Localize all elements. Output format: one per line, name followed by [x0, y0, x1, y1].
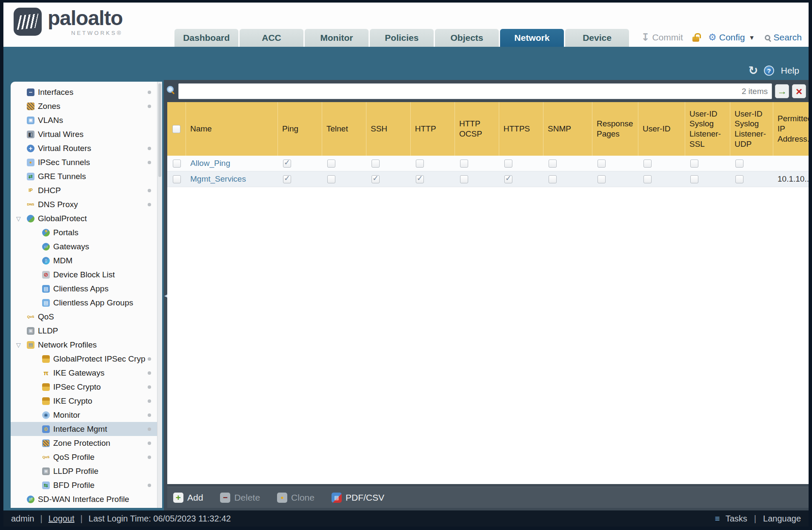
- sidebar-item-dhcp[interactable]: IPDHCP: [11, 183, 157, 197]
- sidebar-item-label: DNS Proxy: [38, 200, 145, 209]
- column-header-telnet[interactable]: Telnet: [322, 102, 366, 156]
- sidebar-item-label: LLDP Profile: [53, 467, 145, 476]
- sidebar-item-qos-profile[interactable]: QoSQoS Profile: [11, 450, 157, 464]
- sidebar-item-ike-crypto[interactable]: IKE Crypto: [11, 394, 157, 408]
- sidebar-item-monitor[interactable]: ◉Monitor: [11, 408, 157, 422]
- apply-filter-button[interactable]: →: [775, 84, 789, 98]
- row-name-link[interactable]: Allow_Ping: [190, 159, 230, 168]
- tab-objects[interactable]: Objects: [435, 29, 499, 47]
- service-checkbox: [327, 175, 335, 183]
- help-icon[interactable]: ?: [764, 66, 774, 76]
- sidebar-item-device-block-list[interactable]: ⊘Device Block List: [11, 268, 157, 282]
- service-cell-telnet: [322, 156, 366, 171]
- select-all-checkbox[interactable]: [172, 125, 180, 133]
- config-menu-button[interactable]: ⚙ Config ▾: [709, 32, 756, 43]
- pdf-csv-button[interactable]: ▤PDF/CSV: [332, 493, 384, 503]
- sidebar-item-lldp[interactable]: ▣LLDP: [11, 324, 157, 338]
- scrollbar-thumb[interactable]: [158, 83, 161, 177]
- row-name-link[interactable]: Mgmt_Services: [190, 174, 246, 184]
- commit-button[interactable]: ↧ Commit: [641, 32, 683, 43]
- add-button[interactable]: +Add: [173, 493, 203, 503]
- service-checkbox: [643, 160, 652, 168]
- sidebar-item-ipsec-crypto[interactable]: IPSec Crypto: [11, 380, 157, 394]
- tasks-button[interactable]: Tasks: [726, 514, 747, 524]
- delete-button[interactable]: −Delete: [220, 493, 260, 503]
- config-label: Config: [719, 32, 745, 43]
- toolbar-button-label: PDF/CSV: [346, 493, 384, 503]
- column-header-name[interactable]: Name: [186, 102, 278, 156]
- column-header-user-id-syslog-listener-ssl[interactable]: User-ID Syslog Listener-SSL: [685, 102, 730, 156]
- tab-monitor[interactable]: Monitor: [305, 29, 369, 47]
- sidebar-item-globalprotect-ipsec-crypto[interactable]: GlobalProtect IPSec Crypto: [11, 352, 157, 366]
- pdf-csv-icon: ▤: [332, 493, 342, 503]
- column-header-ssh[interactable]: SSH: [366, 102, 411, 156]
- commit-label: Commit: [652, 32, 683, 43]
- expander-icon[interactable]: ▽: [16, 342, 21, 348]
- column-header-ping[interactable]: Ping: [278, 102, 322, 156]
- last-login-time: Last Login Time: 06/05/2023 11:32:42: [89, 514, 231, 524]
- sidebar-item-clientless-apps[interactable]: ▤Clientless Apps: [11, 282, 157, 296]
- clone-button[interactable]: ●Clone: [277, 493, 315, 503]
- sidebar-item-qos[interactable]: QoSQoS: [11, 310, 157, 324]
- tab-network[interactable]: Network: [500, 29, 564, 47]
- column-header-permitted-ip-address[interactable]: Permitted IP Address...: [773, 102, 809, 156]
- column-header-https[interactable]: HTTPS: [499, 102, 543, 156]
- table-row: Mgmt_Services10.1.10...: [167, 171, 809, 187]
- sidebar-item-bfd-profile[interactable]: ⇆BFD Profile: [11, 478, 157, 492]
- tab-dashboard[interactable]: Dashboard: [174, 29, 238, 47]
- sidebar-item-label: Interface Mgmt: [53, 425, 145, 434]
- filter-input[interactable]: [178, 83, 772, 99]
- sidebar-item-network-profiles[interactable]: ▽▤Network Profiles: [11, 338, 157, 352]
- expander-icon[interactable]: ▽: [16, 215, 21, 222]
- tab-policies[interactable]: Policies: [370, 29, 434, 47]
- column-header-http[interactable]: HTTP: [411, 102, 455, 156]
- sidebar-item-virtual-wires[interactable]: ◧Virtual Wires: [11, 127, 157, 141]
- column-header-user-id[interactable]: User-ID: [638, 102, 685, 156]
- column-header-user-id-syslog-listener-udp[interactable]: User-ID Syslog Listener-UDP: [730, 102, 773, 156]
- column-header-response-pages[interactable]: Response Pages: [592, 102, 638, 156]
- sidebar-item-label: Network Profiles: [38, 340, 145, 350]
- sidebar-item-clientless-app-groups[interactable]: ▤Clientless App Groups: [11, 296, 157, 310]
- lock-icon: [42, 397, 50, 405]
- sidebar-item-ike-gateways[interactable]: πIKE Gateways: [11, 366, 157, 380]
- sidebar-item-gateways[interactable]: ▭Gateways: [11, 239, 157, 254]
- service-cell-snmp: [543, 156, 592, 171]
- sidebar-item-dns-proxy[interactable]: DNSDNS Proxy: [11, 197, 157, 211]
- interface-mgmt-icon: ⚙: [42, 425, 50, 433]
- sidebar-item-interface-mgmt[interactable]: ⚙Interface Mgmt: [11, 422, 157, 436]
- help-label[interactable]: Help: [781, 66, 799, 76]
- name-cell: Allow_Ping: [186, 156, 278, 171]
- sidebar-item-zones[interactable]: Zones: [11, 99, 157, 113]
- global-search-button[interactable]: Search: [765, 32, 802, 43]
- sidebar-item-label: Clientless Apps: [53, 284, 145, 293]
- row-checkbox[interactable]: [173, 160, 181, 168]
- service-checkbox: [504, 175, 512, 183]
- tab-device[interactable]: Device: [565, 29, 629, 47]
- row-checkbox[interactable]: [173, 175, 181, 183]
- lock-icon[interactable]: [692, 37, 699, 42]
- service-cell-user-id-syslog-listener-ssl: [685, 156, 730, 171]
- column-header-snmp[interactable]: SNMP: [543, 102, 592, 156]
- sidebar-scrollbar[interactable]: [157, 82, 162, 508]
- sidebar-item-zone-protection[interactable]: Zone Protection: [11, 436, 157, 450]
- clear-filter-button[interactable]: ×: [792, 84, 806, 98]
- sidebar-item-vlans[interactable]: ▣VLANs: [11, 113, 157, 127]
- tab-acc[interactable]: ACC: [240, 29, 303, 47]
- sidebar-item-portals[interactable]: *Portals: [11, 225, 157, 239]
- sidebar-item-interfaces[interactable]: •••Interfaces: [11, 85, 157, 99]
- config-icon: ⚙: [709, 34, 716, 41]
- sidebar-item-mdm[interactable]: ▯MDM: [11, 254, 157, 268]
- sidebar-item-globalprotect[interactable]: ▽GlobalProtect: [11, 211, 157, 225]
- sidebar-item-lldp-profile[interactable]: ▣LLDP Profile: [11, 464, 157, 478]
- sidebar-item-label: Clientless App Groups: [53, 298, 145, 308]
- sidebar-item-virtual-routers[interactable]: +Virtual Routers: [11, 141, 157, 155]
- logout-link[interactable]: Logout: [49, 514, 74, 524]
- refresh-icon[interactable]: ↻: [749, 67, 757, 74]
- sidebar-item-label: Virtual Routers: [38, 144, 145, 153]
- column-header-http-ocsp[interactable]: HTTP OCSP: [455, 102, 499, 156]
- language-button[interactable]: Language: [763, 514, 801, 524]
- lock-icon: [42, 383, 50, 391]
- sidebar-item-sd-wan-interface-profile[interactable]: ⇄SD-WAN Interface Profile: [11, 492, 157, 506]
- sidebar-item-gre-tunnels[interactable]: ⇄GRE Tunnels: [11, 169, 157, 183]
- sidebar-item-ipsec-tunnels[interactable]: ●IPSec Tunnels: [11, 155, 157, 169]
